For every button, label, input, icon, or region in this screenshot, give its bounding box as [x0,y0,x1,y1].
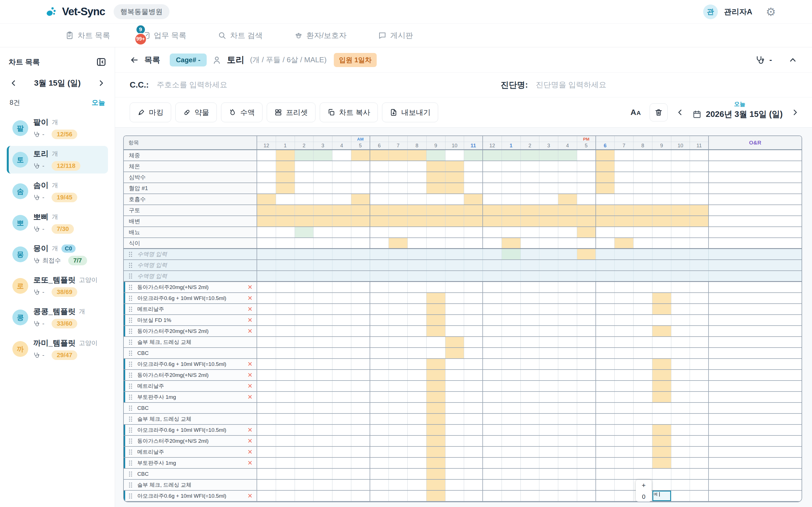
hour-cell[interactable] [615,271,633,281]
hour-cell[interactable] [333,370,351,380]
oar-cell[interactable] [709,194,802,205]
hour-cell[interactable] [633,403,652,413]
hour-cell[interactable] [295,260,314,270]
hour-cell[interactable] [558,216,577,226]
hour-cell[interactable] [690,293,709,303]
hour-cell[interactable] [389,216,408,226]
hour-cell[interactable] [558,227,577,237]
hour-cell[interactable] [351,282,370,292]
hour-cell[interactable] [615,469,633,479]
hour-cell[interactable] [577,458,596,468]
hour-cell[interactable] [257,172,276,182]
hour-cell[interactable] [596,381,615,391]
hour-cell[interactable] [295,447,314,457]
hour-cell[interactable] [333,359,351,369]
hour-cell[interactable] [295,282,314,292]
hour-cell[interactable] [521,381,540,391]
patient-list-item[interactable]: 로 로또_템플릿 고양이 - 38/69 [7,272,108,300]
hour-cell[interactable] [426,348,446,358]
hour-cell[interactable] [370,381,389,391]
hour-cell[interactable] [333,205,351,216]
hour-cell[interactable] [370,370,389,380]
hour-cell[interactable] [652,469,671,479]
hour-cell[interactable] [446,403,464,413]
hour-cell[interactable] [596,293,615,303]
user-name[interactable]: 관리자A [724,7,753,17]
hour-cell[interactable] [502,337,521,347]
hour-cell[interactable] [408,480,426,490]
hour-cell[interactable] [464,469,483,479]
hour-cell[interactable] [596,271,615,281]
next-day-button[interactable] [97,79,105,87]
hour-cell[interactable] [577,491,596,501]
hour-cell[interactable] [408,205,426,216]
drag-handle-icon[interactable] [128,295,133,302]
medication-row-label[interactable]: 동아가스터주20mg(+N/S 2ml)✕ [124,326,257,336]
hour-cell[interactable] [313,392,333,402]
hour-cell[interactable] [313,414,333,424]
hour-cell[interactable] [633,293,652,303]
hour-cell[interactable] [539,381,558,391]
hour-cell[interactable] [539,491,558,501]
hour-cell[interactable] [633,260,652,270]
hour-cell[interactable] [690,348,709,358]
hour-cell[interactable] [351,194,370,205]
medication-row-label[interactable]: 부토판주사 1mg✕ [124,458,257,468]
next-chart-day-button[interactable] [791,108,799,116]
hour-cell[interactable] [690,315,709,325]
hour-cell[interactable] [558,161,577,172]
hour-cell[interactable] [558,205,577,216]
hour-cell[interactable] [333,491,351,501]
hour-cell[interactable] [389,447,408,457]
medication-row-label[interactable]: 아모크라주0.6g + 10ml WFI(=10.5ml)✕ [124,359,257,369]
hour-cell[interactable] [615,183,633,193]
hour-cell[interactable] [558,403,577,413]
hour-cell[interactable] [276,458,295,468]
oar-cell[interactable] [709,161,802,172]
hour-cell[interactable] [276,150,295,161]
hour-cell[interactable] [671,205,690,216]
hour-cell[interactable] [577,403,596,413]
hour-cell[interactable] [596,249,615,260]
hour-cell[interactable] [446,150,464,161]
hour-cell[interactable] [464,260,483,270]
hour-cell[interactable] [690,227,709,237]
hour-cell[interactable] [483,359,502,369]
hour-cell[interactable] [577,414,596,424]
hour-cell[interactable] [615,436,633,446]
hour-cell[interactable] [426,205,446,216]
hour-cell[interactable] [596,194,615,205]
prev-chart-day-button[interactable] [676,108,684,116]
hour-cell[interactable] [408,315,426,325]
oar-cell[interactable] [709,282,802,292]
hour-cell[interactable] [257,150,276,161]
hour-cell[interactable] [502,348,521,358]
drag-handle-icon[interactable] [128,251,133,258]
hour-cell[interactable] [690,381,709,391]
hour-cell[interactable] [502,425,521,435]
hour-cell[interactable] [408,326,426,336]
hour-cell[interactable] [313,315,333,325]
cc-input[interactable] [157,80,337,89]
hour-cell[interactable] [633,227,652,237]
hour-cell[interactable] [464,293,483,303]
oar-cell[interactable] [709,436,802,446]
hour-cell[interactable] [370,161,389,172]
hour-cell[interactable] [257,293,276,303]
drag-handle-icon[interactable] [128,383,133,390]
hour-cell[interactable] [483,491,502,501]
remove-row-icon[interactable]: ✕ [248,427,253,433]
hour-cell[interactable] [295,249,314,260]
hour-cell[interactable] [577,205,596,216]
hour-cell[interactable] [408,491,426,501]
hour-cell[interactable] [483,172,502,182]
hour-cell[interactable] [351,425,370,435]
hour-cell[interactable] [539,183,558,193]
remove-row-icon[interactable]: ✕ [248,438,253,444]
hour-cell[interactable] [483,260,502,270]
patient-list-item[interactable]: 뽀 뽀삐 개 - 7/30 [7,209,108,237]
hour-cell[interactable] [426,260,446,270]
hour-cell[interactable] [426,425,446,435]
hour-cell[interactable] [408,381,426,391]
hour-cell[interactable] [652,458,671,468]
